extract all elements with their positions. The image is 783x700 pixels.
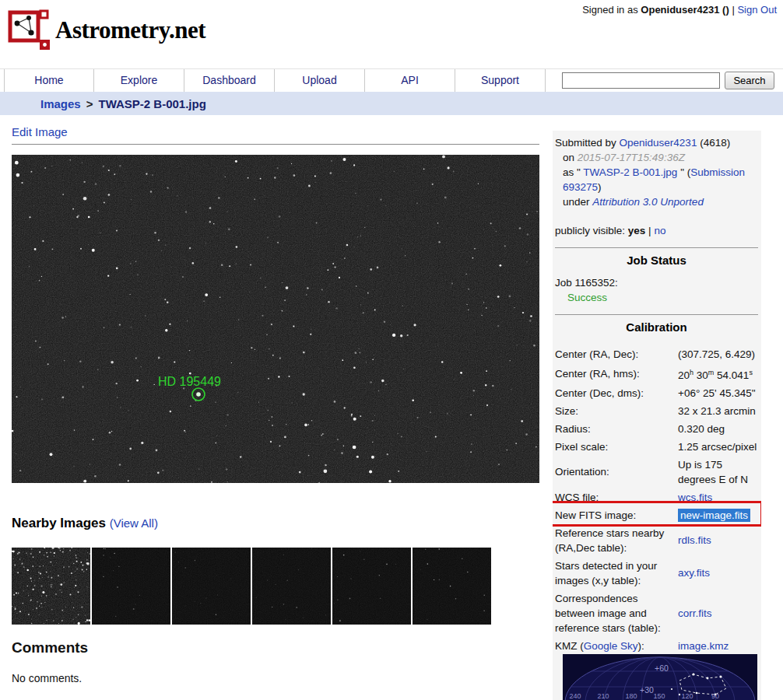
sign-out-link[interactable]: Sign Out bbox=[737, 4, 777, 16]
skymap-lon-label: 150 bbox=[653, 692, 665, 700]
calibration-value-cell: +06° 25' 45.345" bbox=[678, 386, 758, 401]
calibration-row: New FITS image:new-image.fits bbox=[555, 506, 758, 524]
calibration-label: KMZ (Google Sky): bbox=[555, 639, 678, 653]
nav-tab-home[interactable]: Home bbox=[4, 69, 94, 93]
corr-fits-link[interactable]: corr.fits bbox=[678, 607, 712, 619]
signin-username: Openiduser4231 () bbox=[641, 4, 729, 16]
breadcrumb-images-link[interactable]: Images bbox=[40, 97, 81, 110]
signin-bar: Signed in as Openiduser4231 () | Sign Ou… bbox=[582, 4, 777, 16]
calibration-row: Orientation:Up is 175 degrees E of N bbox=[555, 456, 758, 488]
axy-fits-link[interactable]: axy.fits bbox=[678, 567, 710, 579]
nav-tab-explore[interactable]: Explore bbox=[94, 69, 184, 93]
visibility-toggle-link[interactable]: no bbox=[654, 225, 665, 236]
calibration-value-cell: new-image.fits bbox=[678, 508, 758, 523]
nav-tab-api[interactable]: API bbox=[365, 69, 455, 93]
calibration-value: +06° 25' 45.345" bbox=[678, 387, 755, 399]
calibration-label: New FITS image: bbox=[555, 508, 678, 523]
nearby-thumbnail[interactable] bbox=[252, 548, 331, 625]
nearby-thumbnail[interactable] bbox=[332, 548, 411, 625]
page: { "header": { "signed_in_prefix": "Signe… bbox=[0, 0, 783, 700]
calibration-value: 1.25 arcsec/pixel bbox=[678, 441, 757, 453]
license-link[interactable]: Attribution 3.0 Unported bbox=[592, 196, 704, 208]
signin-prefix: Signed in as bbox=[582, 4, 638, 16]
search-button[interactable]: Search bbox=[725, 72, 774, 89]
nearby-images-title: Nearby Images bbox=[12, 516, 106, 530]
calibration-value: Up is 175 degrees E of N bbox=[678, 459, 748, 485]
calibration-row: WCS file:wcs.fits bbox=[555, 488, 758, 506]
calibration-value-cell: 20h 30m 54.041s bbox=[678, 365, 758, 383]
wcs-fits-link[interactable]: wcs.fits bbox=[678, 492, 712, 503]
comments-title: Comments bbox=[12, 639, 88, 656]
on-label: on bbox=[563, 152, 574, 163]
submission-close: ) bbox=[598, 181, 602, 193]
edit-image-link[interactable]: Edit Image bbox=[12, 125, 68, 138]
calibration-value-cell: axy.fits bbox=[678, 565, 758, 580]
nearby-thumbnail[interactable] bbox=[413, 548, 491, 625]
submitter-number: (4618) bbox=[700, 137, 730, 149]
calibration-value-cell: rdls.fits bbox=[678, 533, 758, 548]
submitted-on-line: on 2015-07-17T15:49:36Z bbox=[555, 150, 758, 165]
visibility-label: publicly visible: bbox=[555, 225, 625, 236]
calibration-label: Stars detected in your images (x,y table… bbox=[555, 558, 678, 588]
nearby-thumbnail[interactable] bbox=[172, 548, 251, 625]
logo-text: Astrometry.net bbox=[55, 16, 205, 44]
nearby-thumbnail[interactable] bbox=[12, 548, 90, 625]
calibration-label: Orientation: bbox=[555, 464, 678, 479]
job-id: Job 1165352: bbox=[555, 275, 758, 290]
skymap-lon-label: 90 bbox=[711, 692, 719, 700]
calibration-value: (307.725, 6.429) bbox=[678, 348, 755, 360]
skymap-lat-label: +60 bbox=[655, 663, 669, 673]
submitted-by-label: Submitted by bbox=[555, 137, 616, 149]
calibration-row: Correspondences between image and refere… bbox=[555, 590, 758, 637]
calibration-value-cell: Up is 175 degrees E of N bbox=[678, 457, 758, 487]
breadcrumb: Images > TWASP-2 B-001.jpg bbox=[0, 92, 783, 115]
sidebar: Submitted by Openiduser4231 (4618) on 20… bbox=[553, 131, 761, 700]
rdls-fits-link[interactable]: rdls.fits bbox=[678, 534, 711, 546]
calibration-row: Center (RA, hms):20h 30m 54.041s bbox=[555, 363, 758, 384]
calibration-title: Calibration bbox=[555, 320, 758, 334]
new-image-fits-link[interactable]: new-image.fits bbox=[678, 509, 750, 522]
view-all-link[interactable]: (View All) bbox=[110, 516, 158, 530]
skymap-lon-label: 240 bbox=[569, 692, 581, 700]
nav-tab-upload[interactable]: Upload bbox=[275, 69, 365, 93]
license-line: under Attribution 3.0 Unported bbox=[555, 194, 758, 209]
visibility-divider: | bbox=[648, 225, 651, 236]
calibration-label: Correspondences between image and refere… bbox=[555, 591, 678, 635]
starfield-image: HD 195449 bbox=[12, 155, 539, 483]
breadcrumb-current: TWASP-2 B-001.jpg bbox=[98, 97, 205, 110]
visibility-current: yes bbox=[628, 225, 646, 236]
calibration-value-cell: 1.25 arcsec/pixel bbox=[678, 439, 758, 454]
calibration-row: Size:32 x 21.3 arcmin bbox=[555, 402, 758, 420]
calibration-value-cell: wcs.fits bbox=[678, 490, 758, 505]
skymap-lat-label: +30 bbox=[640, 685, 654, 695]
skymap-lon-label: 180 bbox=[625, 692, 637, 700]
main-image: HD 195449 bbox=[12, 155, 539, 483]
image-kmz-link[interactable]: image.kmz bbox=[678, 640, 729, 652]
search-input[interactable] bbox=[562, 72, 720, 89]
calibration-row: Reference stars nearby (RA,Dec table):rd… bbox=[555, 524, 758, 557]
filename-link[interactable]: TWASP-2 B-001.jpg bbox=[583, 166, 677, 178]
nearby-thumbnail[interactable] bbox=[92, 548, 170, 625]
google-sky-link[interactable]: Google Sky bbox=[584, 640, 638, 652]
sky-map-image: +60+30 24021018015012090 bbox=[563, 654, 757, 700]
logo-icon bbox=[8, 6, 51, 54]
as-label: as " bbox=[563, 166, 581, 178]
calibration-value-cell: 0.320 deg bbox=[678, 422, 758, 436]
calibration-value-cell: 32 x 21.3 arcmin bbox=[678, 404, 758, 418]
calibration-row: KMZ (Google Sky):image.kmz bbox=[555, 637, 758, 655]
submission-open: " ( bbox=[680, 166, 690, 178]
nav-bar: HomeExploreDashboardUploadAPISupport Sea… bbox=[0, 68, 783, 92]
nav-tab-dashboard[interactable]: Dashboard bbox=[184, 69, 275, 93]
logo[interactable]: Astrometry.net bbox=[8, 6, 205, 54]
job-status-section: Job Status Job 1165352: Success bbox=[555, 247, 758, 305]
annotated-star bbox=[196, 392, 201, 397]
calibration-label: WCS file: bbox=[555, 490, 678, 505]
submitter-link[interactable]: Openiduser4231 bbox=[620, 137, 697, 149]
calibration-label: Pixel scale: bbox=[555, 439, 678, 454]
calibration-row: Radius:0.320 deg bbox=[555, 420, 758, 438]
calibration-section: Calibration Center (RA, Dec):(307.725, 6… bbox=[555, 314, 758, 655]
skymap-lon-label: 210 bbox=[597, 692, 609, 700]
nav-tab-support[interactable]: Support bbox=[455, 69, 546, 93]
breadcrumb-separator: > bbox=[86, 97, 93, 110]
skymap-lon-label: 120 bbox=[681, 692, 693, 700]
